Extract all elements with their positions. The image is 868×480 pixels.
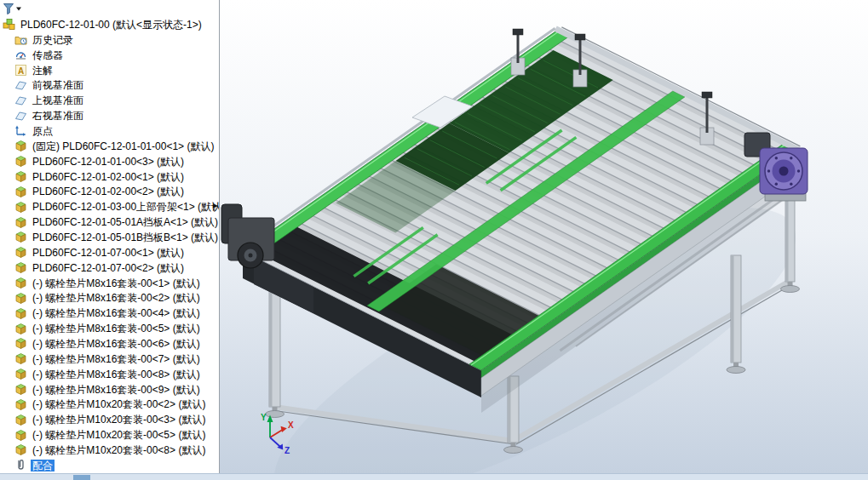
component-icon	[14, 201, 27, 214]
component-icon	[14, 414, 27, 426]
annotations-icon: A	[14, 64, 27, 77]
component-icon	[14, 307, 27, 320]
tree-item-label: 上视基准面	[31, 94, 85, 106]
tree-item-21[interactable]: (-) 螺栓垫片M8x16套装-00<6> (默认)	[0, 336, 219, 351]
tree-item-label: 注解	[31, 65, 55, 77]
tree-item-14[interactable]: PLD60FC-12-01-05-01B挡板B<1> (默认)	[0, 230, 219, 245]
tree-item-label: 原点	[31, 125, 55, 137]
plane-icon	[14, 79, 27, 92]
tree-item-16[interactable]: PLD60FC-12-01-07-00<2> (默认)	[0, 260, 219, 276]
component-icon	[14, 368, 27, 380]
component-icon	[14, 383, 27, 396]
tree-item-label: PLD60FC-12-01-00 (默认<显示状态-1>)	[19, 19, 204, 31]
tree-item-label: (-) 螺栓垫片M8x16套装-00<8> (默认)	[31, 369, 202, 380]
triad-y-label: Y	[261, 413, 267, 422]
tree-item-label: (-) 螺栓垫片M10x20套装-00<5> (默认)	[31, 429, 207, 441]
tree-item-23[interactable]: (-) 螺栓垫片M8x16套装-00<8> (默认)	[0, 367, 219, 382]
tree-item-label: 配合	[31, 460, 55, 471]
tree-item-13[interactable]: PLD60FC-12-01-05-01A挡板A<1> (默认)	[0, 214, 219, 230]
triad-x-label: X	[288, 420, 294, 430]
tree-item-6[interactable]: 右视基准面	[0, 108, 219, 123]
plane-icon	[14, 94, 27, 107]
filter-toolbar[interactable]	[0, 0, 219, 17]
tree-item-label: 历史记录	[31, 34, 75, 46]
tree-item-label: (固定) PLD60FC-12-01-01-00<1> (默认)	[31, 140, 216, 152]
graphics-area[interactable]: YXZ	[220, 0, 868, 473]
tree-item-label: (-) 螺栓垫片M10x20套装-00<2> (默认)	[31, 398, 207, 410]
tree-item-label: (-) 螺栓垫片M8x16套装-00<9> (默认)	[31, 384, 202, 396]
origin-icon	[14, 124, 27, 137]
solidworks-window: PLD60FC-12-01-00 (默认<显示状态-1>)历史记录传感器A注解前…	[0, 0, 868, 480]
3d-model-conveyor[interactable]: YXZ	[220, 0, 868, 473]
tree-item-label: (-) 螺栓垫片M10x20套装-00<3> (默认)	[31, 414, 207, 426]
tree-item-label: PLD60FC-12-01-07-00<2> (默认)	[31, 262, 186, 274]
tree-item-label: 前视基准面	[31, 79, 85, 91]
component-icon	[14, 323, 27, 335]
component-icon	[14, 277, 27, 289]
tree-item-12[interactable]: PLD60FC-12-01-03-00上部骨架<1> (默认)▶	[0, 199, 219, 214]
tree-item-5[interactable]: 上视基准面	[0, 93, 219, 108]
tree-item-25[interactable]: (-) 螺栓垫片M10x20套装-00<2> (默认)	[0, 397, 219, 412]
tree-item-9[interactable]: PLD60FC-12-01-01-00<3> (默认)	[0, 154, 219, 169]
featuremanager-panel: PLD60FC-12-01-00 (默认<显示状态-1>)历史记录传感器A注解前…	[0, 0, 220, 473]
svg-text:A: A	[18, 66, 24, 76]
tree-item-22[interactable]: (-) 螺栓垫片M8x16套装-00<7> (默认)	[0, 351, 219, 367]
tree-item-4[interactable]: 前视基准面	[0, 77, 219, 93]
component-icon	[14, 140, 27, 152]
tree-item-8[interactable]: (固定) PLD60FC-12-01-01-00<1> (默认)	[0, 139, 219, 154]
component-icon	[14, 398, 27, 411]
sensors-icon	[14, 49, 27, 61]
plane-icon	[14, 110, 27, 123]
tree-item-label: PLD60FC-12-01-05-01B挡板B<1> (默认)	[31, 231, 219, 243]
tree-item-11[interactable]: PLD60FC-12-01-02-00<2> (默认)	[0, 184, 219, 199]
tree-item-15[interactable]: PLD60FC-12-01-07-00<1> (默认)	[0, 245, 219, 260]
tree-item-29[interactable]: 配合	[0, 458, 219, 473]
tree-item-27[interactable]: (-) 螺栓垫片M10x20套装-00<5> (默认)	[0, 427, 219, 443]
tree-item-label: (-) 螺栓垫片M8x16套装-00<6> (默认)	[31, 338, 202, 350]
triad-z-label: Z	[285, 446, 290, 455]
tree-item-label: PLD60FC-12-01-02-00<1> (默认)	[31, 171, 186, 183]
component-icon	[14, 170, 27, 183]
status-bar	[0, 473, 868, 480]
tree-item-label: (-) 螺栓垫片M10x20套装-00<8> (默认)	[31, 444, 207, 456]
tree-item-1[interactable]: 历史记录	[0, 32, 219, 48]
tree-item-26[interactable]: (-) 螺栓垫片M10x20套装-00<3> (默认)	[0, 412, 219, 427]
tree-item-0[interactable]: PLD60FC-12-01-00 (默认<显示状态-1>)	[0, 17, 219, 32]
tree-item-24[interactable]: (-) 螺栓垫片M8x16套装-00<9> (默认)	[0, 382, 219, 397]
tree-item-label: PLD60FC-12-01-03-00上部骨架<1> (默认)	[31, 201, 219, 213]
component-icon	[14, 429, 27, 442]
component-icon	[14, 216, 27, 229]
tree-item-3[interactable]: A注解	[0, 63, 219, 78]
mates-icon	[14, 459, 27, 471]
tree-item-label: (-) 螺栓垫片M8x16套装-00<1> (默认)	[31, 277, 202, 289]
tree-item-28[interactable]: (-) 螺栓垫片M10x20套装-00<8> (默认)	[0, 443, 219, 458]
tree-item-7[interactable]: 原点	[0, 123, 219, 139]
component-icon	[14, 352, 27, 365]
tree-item-label: PLD60FC-12-01-05-01A挡板A<1> (默认)	[31, 216, 219, 228]
feature-tree: PLD60FC-12-01-00 (默认<显示状态-1>)历史记录传感器A注解前…	[0, 17, 219, 473]
history-icon	[14, 33, 27, 46]
tree-item-label: 传感器	[31, 49, 65, 61]
tree-item-18[interactable]: (-) 螺栓垫片M8x16套装-00<2> (默认)	[0, 290, 219, 306]
component-icon	[14, 186, 27, 198]
tree-item-label: PLD60FC-12-01-02-00<2> (默认)	[31, 186, 186, 197]
flyout-arrow-icon[interactable]: ▶	[213, 203, 218, 209]
tree-item-10[interactable]: PLD60FC-12-01-02-00<1> (默认)	[0, 169, 219, 185]
tree-item-17[interactable]: (-) 螺栓垫片M8x16套装-00<1> (默认)	[0, 276, 219, 291]
tree-item-20[interactable]: (-) 螺栓垫片M8x16套装-00<5> (默认)	[0, 321, 219, 336]
tree-item-19[interactable]: (-) 螺栓垫片M8x16套装-00<4> (默认)	[0, 306, 219, 321]
component-icon	[14, 261, 27, 274]
tree-item-label: (-) 螺栓垫片M8x16套装-00<2> (默认)	[31, 292, 202, 304]
tree-item-label: (-) 螺栓垫片M8x16套装-00<4> (默认)	[31, 307, 202, 319]
component-icon	[14, 443, 27, 456]
component-icon	[14, 337, 27, 350]
tree-item-label: 右视基准面	[31, 110, 85, 122]
status-accent	[73, 475, 90, 480]
tree-item-label: (-) 螺栓垫片M8x16套装-00<7> (默认)	[31, 353, 202, 365]
component-icon	[14, 246, 27, 259]
tree-item-2[interactable]: 传感器	[0, 48, 219, 63]
tree-item-label: PLD60FC-12-01-01-00<3> (默认)	[31, 156, 186, 168]
component-icon	[14, 155, 27, 168]
filter-icon[interactable]	[3, 3, 25, 15]
assembly-icon	[3, 18, 15, 31]
